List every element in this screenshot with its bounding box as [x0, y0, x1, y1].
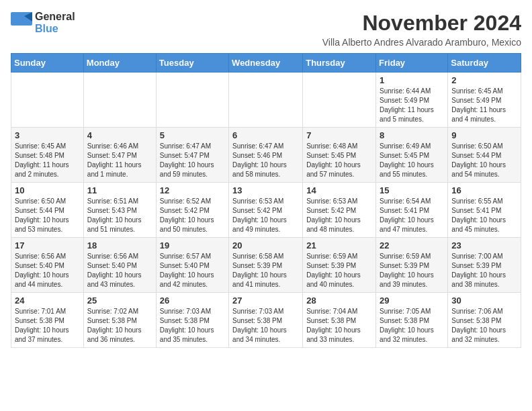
day-number: 12 [160, 185, 225, 195]
day-number: 4 [87, 130, 152, 140]
day-number: 5 [160, 130, 225, 140]
calendar-cell: 24Sunrise: 7:01 AM Sunset: 5:38 PM Dayli… [11, 293, 84, 348]
calendar-cell: 4Sunrise: 6:46 AM Sunset: 5:47 PM Daylig… [83, 128, 156, 183]
calendar-cell: 10Sunrise: 6:50 AM Sunset: 5:44 PM Dayli… [11, 183, 84, 238]
day-info: Sunrise: 6:46 AM Sunset: 5:47 PM Dayligh… [87, 142, 152, 179]
calendar-cell: 14Sunrise: 6:53 AM Sunset: 5:42 PM Dayli… [303, 183, 376, 238]
calendar-cell: 7Sunrise: 6:48 AM Sunset: 5:45 PM Daylig… [303, 128, 376, 183]
day-info: Sunrise: 6:56 AM Sunset: 5:40 PM Dayligh… [87, 252, 152, 289]
day-number: 2 [451, 75, 517, 85]
calendar-cell: 20Sunrise: 6:58 AM Sunset: 5:39 PM Dayli… [229, 238, 303, 293]
logo: General Blue [11, 11, 75, 35]
calendar-cell: 28Sunrise: 7:04 AM Sunset: 5:38 PM Dayli… [303, 293, 376, 348]
day-info: Sunrise: 6:53 AM Sunset: 5:42 PM Dayligh… [306, 197, 372, 234]
calendar-cell: 23Sunrise: 7:00 AM Sunset: 5:39 PM Dayli… [448, 238, 521, 293]
day-info: Sunrise: 6:49 AM Sunset: 5:45 PM Dayligh… [380, 142, 444, 179]
calendar-cell: 17Sunrise: 6:56 AM Sunset: 5:40 PM Dayli… [11, 238, 84, 293]
day-number: 10 [15, 185, 80, 195]
day-info: Sunrise: 7:03 AM Sunset: 5:38 PM Dayligh… [160, 307, 225, 345]
header-friday: Friday [376, 54, 448, 73]
calendar-cell: 6Sunrise: 6:47 AM Sunset: 5:46 PM Daylig… [229, 128, 303, 183]
day-info: Sunrise: 6:47 AM Sunset: 5:46 PM Dayligh… [232, 142, 299, 179]
day-info: Sunrise: 6:59 AM Sunset: 5:39 PM Dayligh… [380, 252, 444, 289]
day-info: Sunrise: 6:44 AM Sunset: 5:49 PM Dayligh… [380, 87, 444, 124]
day-number: 8 [380, 130, 444, 140]
day-info: Sunrise: 7:03 AM Sunset: 5:38 PM Dayligh… [232, 307, 299, 345]
calendar-cell: 12Sunrise: 6:52 AM Sunset: 5:42 PM Dayli… [156, 183, 228, 238]
day-number: 30 [451, 295, 517, 306]
day-number: 28 [306, 295, 372, 306]
day-number: 7 [306, 130, 372, 140]
logo-blue: Blue [35, 23, 58, 34]
day-info: Sunrise: 6:51 AM Sunset: 5:43 PM Dayligh… [87, 197, 152, 234]
location: Villa Alberto Andres Alvarado Aramburo, … [322, 37, 521, 48]
logo-general: General [35, 11, 75, 22]
day-number: 22 [380, 240, 444, 250]
day-number: 25 [87, 295, 152, 306]
day-number: 24 [15, 295, 80, 306]
week-row-3: 17Sunrise: 6:56 AM Sunset: 5:40 PM Dayli… [11, 238, 521, 293]
calendar-cell [229, 73, 303, 128]
week-row-1: 3Sunrise: 6:45 AM Sunset: 5:48 PM Daylig… [11, 128, 521, 183]
day-info: Sunrise: 6:48 AM Sunset: 5:45 PM Dayligh… [306, 142, 372, 179]
calendar-cell: 2Sunrise: 6:45 AM Sunset: 5:49 PM Daylig… [448, 73, 521, 128]
day-number: 26 [160, 295, 225, 306]
calendar-cell: 21Sunrise: 6:59 AM Sunset: 5:39 PM Dayli… [303, 238, 376, 293]
day-number: 19 [160, 240, 225, 250]
day-number: 18 [87, 240, 152, 250]
header-monday: Monday [83, 54, 156, 73]
day-info: Sunrise: 6:45 AM Sunset: 5:48 PM Dayligh… [15, 142, 80, 179]
header-saturday: Saturday [448, 54, 521, 73]
month-year: November 2024 [322, 11, 521, 36]
calendar-cell: 1Sunrise: 6:44 AM Sunset: 5:49 PM Daylig… [376, 73, 448, 128]
header: General Blue November 2024 Villa Alberto… [11, 11, 521, 48]
day-number: 3 [15, 130, 80, 140]
day-number: 11 [87, 185, 152, 195]
calendar-cell: 27Sunrise: 7:03 AM Sunset: 5:38 PM Dayli… [229, 293, 303, 348]
day-number: 21 [306, 240, 372, 250]
week-row-2: 10Sunrise: 6:50 AM Sunset: 5:44 PM Dayli… [11, 183, 521, 238]
calendar-cell: 30Sunrise: 7:06 AM Sunset: 5:38 PM Dayli… [448, 293, 521, 348]
day-info: Sunrise: 6:54 AM Sunset: 5:41 PM Dayligh… [380, 197, 444, 234]
day-number: 20 [232, 240, 299, 250]
day-number: 23 [451, 240, 517, 250]
day-info: Sunrise: 6:56 AM Sunset: 5:40 PM Dayligh… [15, 252, 80, 289]
day-info: Sunrise: 7:04 AM Sunset: 5:38 PM Dayligh… [306, 307, 372, 345]
day-info: Sunrise: 7:06 AM Sunset: 5:38 PM Dayligh… [451, 307, 517, 345]
day-info: Sunrise: 7:00 AM Sunset: 5:39 PM Dayligh… [451, 252, 517, 289]
header-sunday: Sunday [11, 54, 84, 73]
header-thursday: Thursday [303, 54, 376, 73]
week-row-4: 24Sunrise: 7:01 AM Sunset: 5:38 PM Dayli… [11, 293, 521, 348]
week-row-0: 1Sunrise: 6:44 AM Sunset: 5:49 PM Daylig… [11, 73, 521, 128]
day-number: 6 [232, 130, 299, 140]
day-number: 16 [451, 185, 517, 195]
day-info: Sunrise: 6:59 AM Sunset: 5:39 PM Dayligh… [306, 252, 372, 289]
calendar-cell: 3Sunrise: 6:45 AM Sunset: 5:48 PM Daylig… [11, 128, 84, 183]
day-info: Sunrise: 7:01 AM Sunset: 5:38 PM Dayligh… [15, 307, 80, 345]
day-number: 9 [451, 130, 517, 140]
calendar-cell: 11Sunrise: 6:51 AM Sunset: 5:43 PM Dayli… [83, 183, 156, 238]
calendar: SundayMondayTuesdayWednesdayThursdayFrid… [11, 53, 521, 348]
header-wednesday: Wednesday [229, 54, 303, 73]
calendar-cell: 9Sunrise: 6:50 AM Sunset: 5:44 PM Daylig… [448, 128, 521, 183]
day-info: Sunrise: 6:53 AM Sunset: 5:42 PM Dayligh… [232, 197, 299, 234]
day-info: Sunrise: 6:50 AM Sunset: 5:44 PM Dayligh… [15, 197, 80, 234]
day-info: Sunrise: 7:05 AM Sunset: 5:38 PM Dayligh… [380, 307, 444, 345]
day-number: 1 [380, 75, 444, 85]
day-number: 17 [15, 240, 80, 250]
calendar-cell: 16Sunrise: 6:55 AM Sunset: 5:41 PM Dayli… [448, 183, 521, 238]
calendar-header-row: SundayMondayTuesdayWednesdayThursdayFrid… [11, 54, 521, 73]
calendar-cell: 8Sunrise: 6:49 AM Sunset: 5:45 PM Daylig… [376, 128, 448, 183]
calendar-cell: 13Sunrise: 6:53 AM Sunset: 5:42 PM Dayli… [229, 183, 303, 238]
header-tuesday: Tuesday [156, 54, 228, 73]
day-info: Sunrise: 6:50 AM Sunset: 5:44 PM Dayligh… [451, 142, 517, 179]
day-number: 13 [232, 185, 299, 195]
calendar-cell: 22Sunrise: 6:59 AM Sunset: 5:39 PM Dayli… [376, 238, 448, 293]
day-info: Sunrise: 6:47 AM Sunset: 5:47 PM Dayligh… [160, 142, 225, 179]
calendar-cell [303, 73, 376, 128]
day-info: Sunrise: 6:55 AM Sunset: 5:41 PM Dayligh… [451, 197, 517, 234]
title-block: November 2024 Villa Alberto Andres Alvar… [322, 11, 521, 48]
day-info: Sunrise: 6:52 AM Sunset: 5:42 PM Dayligh… [160, 197, 225, 234]
calendar-cell: 5Sunrise: 6:47 AM Sunset: 5:47 PM Daylig… [156, 128, 228, 183]
calendar-cell: 25Sunrise: 7:02 AM Sunset: 5:38 PM Dayli… [83, 293, 156, 348]
